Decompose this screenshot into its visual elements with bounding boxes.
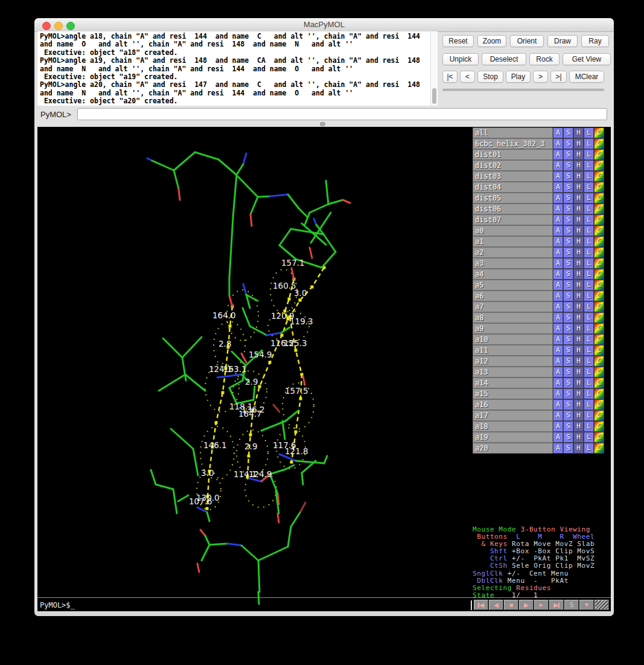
window-bottom-edge[interactable] (34, 611, 614, 616)
object-name-a5[interactable]: a5 (473, 280, 553, 291)
object-c-button[interactable]: C (594, 204, 604, 214)
object-a-button[interactable]: A (553, 291, 563, 301)
object-a-button[interactable]: A (553, 410, 563, 421)
object-name-dist05[interactable]: dist05 (473, 193, 553, 204)
object-a-button[interactable]: A (553, 280, 563, 291)
object-l-button[interactable]: L (584, 388, 594, 399)
object-c-button[interactable]: C (594, 149, 604, 160)
object-l-button[interactable]: L (584, 421, 594, 432)
object-a-button[interactable]: A (553, 312, 563, 323)
pane-splitter[interactable] (34, 121, 614, 127)
object-name-dist03[interactable]: dist03 (473, 171, 553, 182)
object-a-button[interactable]: A (553, 301, 563, 312)
object-l-button[interactable]: L (584, 138, 594, 149)
button-btn[interactable]: < (460, 71, 475, 83)
object-a-button[interactable]: A (553, 443, 563, 454)
object-s-button[interactable]: S (563, 247, 573, 258)
object-c-button[interactable]: C (594, 127, 604, 138)
object-c-button[interactable]: C (594, 225, 604, 236)
button-btn[interactable]: >| (550, 71, 567, 83)
object-l-button[interactable]: L (584, 291, 594, 301)
object-name-dist07[interactable]: dist07 (473, 214, 553, 225)
object-h-button[interactable]: H (573, 138, 584, 149)
object-c-button[interactable]: C (594, 323, 604, 334)
object-c-button[interactable]: C (594, 214, 604, 225)
object-l-button[interactable]: L (584, 214, 594, 225)
object-h-button[interactable]: H (573, 258, 584, 269)
object-c-button[interactable]: C (594, 301, 604, 312)
object-name-a2[interactable]: a2 (473, 247, 553, 258)
object-c-button[interactable]: C (594, 171, 604, 182)
object-l-button[interactable]: L (584, 280, 594, 291)
button-play[interactable]: Play (506, 71, 531, 83)
button-deselect[interactable]: Deselect (482, 53, 526, 65)
object-c-button[interactable]: C (594, 345, 604, 356)
object-s-button[interactable]: S (563, 269, 573, 280)
object-s-button[interactable]: S (563, 182, 573, 193)
object-c-button[interactable]: C (594, 443, 604, 454)
object-h-button[interactable]: H (573, 182, 584, 193)
button-orient[interactable]: Orient (510, 35, 544, 47)
object-name-a7[interactable]: a7 (473, 301, 553, 312)
object-h-button[interactable]: H (573, 269, 584, 280)
button-reset[interactable]: Reset (442, 35, 474, 47)
object-c-button[interactable]: C (594, 388, 604, 399)
object-h-button[interactable]: H (573, 236, 584, 247)
object-s-button[interactable]: S (563, 171, 573, 182)
object-c-button[interactable]: C (594, 138, 604, 149)
object-name-a11[interactable]: a11 (473, 345, 553, 356)
object-name-a12[interactable]: a12 (473, 356, 553, 367)
object-l-button[interactable]: L (584, 443, 594, 454)
object-a-button[interactable]: A (553, 388, 563, 399)
object-s-button[interactable]: S (563, 334, 573, 345)
object-h-button[interactable]: H (573, 193, 584, 204)
object-c-button[interactable]: C (594, 269, 604, 280)
object-c-button[interactable]: C (594, 421, 604, 432)
vcr-step-back-button[interactable]: ◀ (489, 600, 503, 610)
object-a-button[interactable]: A (553, 225, 563, 236)
object-h-button[interactable]: H (573, 334, 584, 345)
object-s-button[interactable]: S (563, 258, 573, 269)
object-name-a18[interactable]: a18 (473, 421, 553, 432)
object-s-button[interactable]: S (563, 345, 573, 356)
object-c-button[interactable]: C (594, 280, 604, 291)
object-name-a17[interactable]: a17 (473, 410, 553, 421)
button-draw[interactable]: Draw (547, 35, 578, 47)
object-a-button[interactable]: A (553, 247, 563, 258)
object-l-button[interactable]: L (584, 410, 594, 421)
object-s-button[interactable]: S (563, 236, 573, 247)
object-a-button[interactable]: A (553, 258, 563, 269)
object-h-button[interactable]: H (573, 323, 584, 334)
object-l-button[interactable]: L (584, 334, 594, 345)
console-log[interactable]: PyMOL>angle a18, chain "A" and resi 144 … (37, 31, 430, 106)
object-c-button[interactable]: C (594, 247, 604, 258)
object-h-button[interactable]: H (573, 388, 584, 399)
object-name-dist04[interactable]: dist04 (473, 182, 553, 193)
object-name-a20[interactable]: a20 (473, 443, 553, 454)
object-h-button[interactable]: H (573, 204, 584, 214)
object-l-button[interactable]: L (584, 367, 594, 377)
object-name-a1[interactable]: a1 (473, 236, 553, 247)
object-name-a14[interactable]: a14 (473, 377, 553, 388)
object-h-button[interactable]: H (573, 160, 584, 171)
object-h-button[interactable]: H (573, 312, 584, 323)
object-l-button[interactable]: L (584, 182, 594, 193)
object-l-button[interactable]: L (584, 236, 594, 247)
vcr-s-button[interactable]: S (564, 600, 579, 610)
object-name-dist01[interactable]: dist01 (473, 149, 553, 160)
object-l-button[interactable]: L (584, 377, 594, 388)
vcr-down-button[interactable]: ▼ (579, 600, 594, 610)
vcr-stop-button[interactable]: ■ (504, 600, 518, 610)
object-name-a8[interactable]: a8 (473, 312, 553, 323)
object-a-button[interactable]: A (553, 377, 563, 388)
object-s-button[interactable]: S (563, 193, 573, 204)
object-l-button[interactable]: L (584, 323, 594, 334)
vcr-step-forward-button[interactable]: ▶ (534, 600, 549, 610)
object-s-button[interactable]: S (563, 291, 573, 301)
button-unpick[interactable]: Unpick (442, 53, 479, 65)
object-a-button[interactable]: A (553, 421, 563, 432)
object-name-dist02[interactable]: dist02 (473, 160, 553, 171)
object-c-button[interactable]: C (594, 291, 604, 301)
object-l-button[interactable]: L (584, 160, 594, 171)
object-a-button[interactable]: A (553, 182, 563, 193)
